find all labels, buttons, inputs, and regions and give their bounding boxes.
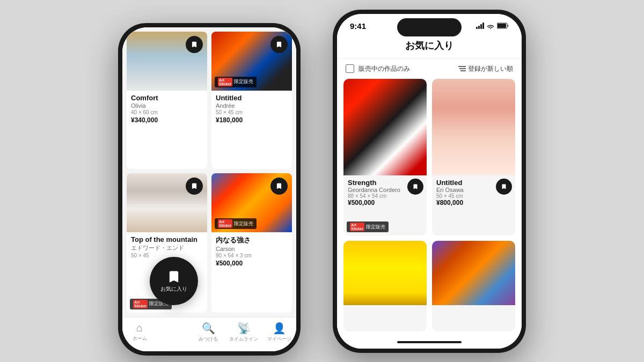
right-art-grid: ArtSticker 限定販売 Strength Geordanna Corde…: [337, 79, 522, 338]
right-phone: 9:41: [333, 10, 526, 353]
checkbox-box[interactable]: [346, 64, 354, 73]
art-grid-left: Comfort Olivia 40 × 60 cm ¥340,000 ArtSt…: [122, 27, 296, 317]
user-icon: 👤: [273, 322, 286, 335]
search-icon: 🔍: [202, 322, 215, 335]
sort-icon: [458, 65, 466, 72]
filter-checkbox[interactable]: 販売中の作品のみ: [346, 64, 410, 73]
bookmark-icon-floating: [166, 269, 181, 284]
art-sticker-logo-2: ArtSticker: [133, 300, 148, 308]
battery-icon: [497, 23, 509, 29]
svg-rect-1: [497, 24, 506, 28]
art-size-untitled: 50 × 45 cm: [216, 109, 288, 115]
right-screen: 9:41: [337, 14, 522, 349]
limited-badge-inner: ArtSticker 限定販売: [215, 218, 257, 229]
art-artist-inner: Carson: [216, 246, 288, 252]
sort-button[interactable]: 登録が新しい順: [458, 64, 513, 73]
art-sticker-logo-r1: ArtSticker: [350, 223, 364, 231]
nav-home-label: ホーム: [133, 335, 147, 342]
limited-badge-strength: ArtSticker 限定販売: [347, 221, 389, 232]
bar2: [478, 26, 480, 29]
art-image-colorful: [432, 241, 515, 305]
art-title-inner: 内なる強さ: [216, 235, 288, 245]
limited-text-r1: 限定販売: [366, 224, 385, 231]
nav-search-label: みつける: [199, 336, 218, 343]
art-title-mountain: Top of the mountain: [131, 235, 203, 243]
right-card-strength[interactable]: ArtSticker 限定販売 Strength Geordanna Corde…: [343, 79, 427, 236]
art-price-inner: ¥500,000: [216, 260, 288, 267]
cast-icon: 📡: [237, 322, 251, 335]
art-info-inner: 内なる強さ Carson 90 × 54 × 3 cm ¥500,000: [211, 232, 292, 271]
home-icon: ⌂: [136, 322, 143, 334]
art-card-inner[interactable]: ArtSticker 限定販売 内なる強さ Carson 90 × 54 × 3…: [211, 173, 292, 313]
left-screen: Comfort Olivia 40 × 60 cm ¥340,000 ArtSt…: [122, 27, 296, 351]
art-size-inner: 90 × 54 × 3 cm: [216, 253, 288, 258]
art-info-comfort: Comfort Olivia 40 × 60 cm ¥340,000: [127, 91, 207, 128]
sort-label: 登録が新しい順: [468, 64, 513, 73]
art-sticker-logo-3: ArtSticker: [218, 219, 232, 228]
bar1: [476, 27, 478, 29]
limited-text-3: 限定販売: [234, 220, 253, 227]
art-title-comfort: Comfort: [131, 94, 203, 102]
right-card-yellow[interactable]: [343, 241, 427, 331]
art-price-untitled: ¥180,000: [216, 116, 288, 124]
right-card-info-strength: Strength Geordanna Cordero 88 × 54 × 54 …: [343, 175, 427, 210]
bookmark-button-inner[interactable]: [270, 178, 288, 195]
status-icons: [476, 23, 509, 29]
art-price-comfort: ¥340,000: [131, 116, 203, 124]
art-image-untitled-pink: [432, 79, 515, 175]
art-title-untitled: Untitled: [216, 94, 288, 102]
wifi-icon: [486, 23, 495, 29]
checkbox-label: 販売中の作品のみ: [358, 64, 410, 73]
right-card-price-untitled: ¥800,000: [436, 199, 511, 206]
page-header: お気に入り: [337, 35, 522, 59]
right-card-colorful[interactable]: [432, 241, 515, 331]
home-indicator-right: [397, 341, 462, 343]
floating-bookmark-label: お気に入り: [160, 285, 187, 293]
right-card-price-strength: ¥500,000: [348, 199, 422, 206]
bookmark-button-mountain[interactable]: [186, 178, 203, 195]
nav-search[interactable]: 🔍 みつける: [195, 322, 222, 343]
bar3: [480, 24, 482, 29]
art-image-strength: ArtSticker 限定販売: [343, 79, 427, 175]
bookmark-button-comfort[interactable]: [186, 36, 203, 53]
dynamic-island: [397, 18, 462, 36]
limited-text: 限定販売: [234, 78, 253, 85]
art-image-yellow: [343, 241, 427, 305]
art-card-comfort[interactable]: Comfort Olivia 40 × 60 cm ¥340,000: [127, 32, 207, 169]
nav-timeline-label: タイムライン: [229, 336, 258, 343]
bookmark-button-untitled-pink[interactable]: [496, 179, 512, 195]
bar4: [482, 23, 484, 29]
bookmark-button-strength[interactable]: [407, 179, 423, 195]
nav-timeline[interactable]: 📡 タイムライン: [229, 322, 258, 343]
filter-bar: 販売中の作品のみ 登録が新しい順: [337, 59, 522, 79]
bookmark-button-untitled[interactable]: [270, 36, 288, 53]
art-artist-untitled: Andrée: [216, 102, 288, 109]
art-size-comfort: 40 × 60 cm: [131, 109, 203, 115]
art-artist-comfort: Olivia: [131, 102, 203, 109]
art-info-untitled: Untitled Andrée 50 × 45 cm ¥180,000: [211, 91, 292, 128]
art-artist-mountain: エドワード・エンド: [131, 244, 203, 252]
floating-bookmark[interactable]: お気に入り: [150, 257, 198, 305]
status-time: 9:41: [350, 21, 366, 31]
art-sticker-logo: ArtSticker: [218, 78, 232, 86]
signal-bars-icon: [476, 23, 484, 29]
bottom-nav: ⌂ ホーム お気に入り 🔍 みつける 📡: [122, 317, 296, 351]
right-card-untitled-pink[interactable]: Untitled Eri Osawa 50 × 45 cm ¥800,000: [432, 79, 515, 236]
left-phone: Comfort Olivia 40 × 60 cm ¥340,000 ArtSt…: [118, 23, 301, 356]
nav-home[interactable]: ⌂ ホーム: [126, 322, 153, 342]
scene: Comfort Olivia 40 × 60 cm ¥340,000 ArtSt…: [0, 0, 644, 362]
limited-badge-untitled: ArtSticker 限定販売: [215, 77, 257, 87]
right-card-info-untitled: Untitled Eri Osawa 50 × 45 cm ¥800,000: [432, 175, 515, 210]
art-card-untitled[interactable]: ArtSticker 限定販売 Untitled Andrée 50 × 45 …: [211, 32, 292, 169]
nav-mypage-label: マイページ: [267, 336, 291, 343]
nav-mypage[interactable]: 👤 マイページ: [266, 322, 292, 343]
